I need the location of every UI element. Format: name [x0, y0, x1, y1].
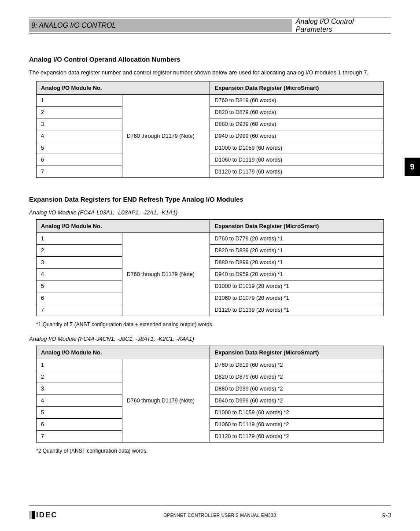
col-header: Analog I/O Module No. [37, 81, 210, 95]
cell: 7 [37, 304, 122, 316]
cell-merged: D760 through D1179 (Note) [122, 359, 210, 442]
cell: D940 to D999 (60 words) *2 [210, 395, 384, 407]
cell: D880 to D899 (20 words) *1 [210, 257, 384, 269]
cell-merged: D760 through D1179 (Note) [122, 233, 210, 316]
table-1: Analog I/O Module No. Expansion Data Reg… [36, 81, 384, 178]
cell: 1 [37, 233, 122, 245]
cell: 2 [37, 371, 122, 383]
footnote-1: *1 Quantity of Σ (ANST configuration dat… [36, 321, 391, 328]
cell: D820 to D879 (60 words) *2 [210, 371, 384, 383]
logo-text: IDEC [36, 511, 58, 520]
cell: 4 [37, 269, 122, 280]
cell: 6 [37, 419, 122, 431]
cell: 3 [37, 257, 122, 269]
cell: D1000 to D1059 (60 words) *2 [210, 407, 384, 419]
cell: D940 to D999 (60 words) [210, 130, 384, 142]
cell: D1060 to D1119 (60 words) *2 [210, 419, 384, 431]
cell: 2 [37, 245, 122, 257]
idec-logo: IDEC [29, 511, 58, 520]
cell: D880 to D939 (60 words) *2 [210, 383, 384, 395]
header-band: 9: ANALOG I/O CONTROL [29, 19, 292, 32]
table-2: Analog I/O Module No. Expansion Data Reg… [36, 219, 384, 316]
cell-merged: D760 through D1179 (Note) [122, 95, 210, 178]
footnote-2: *2 Quantity of (ANST configuration data)… [36, 448, 391, 454]
footer-rule [29, 505, 391, 505]
section-description: The expansion data register number and c… [29, 69, 391, 76]
cell: D1120 to D1139 (20 words) *1 [210, 304, 384, 316]
col-header: Expansion Data Register (MicroSmart) [210, 81, 384, 95]
chapter-tab: 9 [405, 158, 420, 176]
table-3: Analog I/O Module No. Expansion Data Reg… [36, 346, 384, 442]
cell: D1120 to D1179 (60 words) [210, 166, 384, 178]
section-title-2: Expansion Data Registers for END Refresh… [29, 195, 391, 203]
cell: D820 to D839 (20 words) *1 [210, 245, 384, 257]
cell: 5 [37, 280, 122, 292]
footer: IDEC OPENNET CONTROLLER USER'S MANUAL EM… [29, 511, 391, 520]
cell: D1060 to D1079 (20 words) *1 [210, 292, 384, 304]
col-header: Expansion Data Register (MicroSmart) [210, 346, 384, 359]
cell: D760 to D779 (20 words) *1 [210, 233, 384, 245]
table2-subtitle: Analog I/O Module (FC4A-L03A1, -L03AP1, … [29, 209, 391, 216]
col-header: Analog I/O Module No. [37, 220, 210, 233]
cell: 6 [37, 292, 122, 304]
cell: 1 [37, 359, 122, 371]
cell: 4 [37, 395, 122, 407]
section-title: Analog I/O Control Operand Allocation Nu… [29, 55, 391, 63]
cell: D1000 to D1059 (60 words) [210, 142, 384, 154]
cell: 7 [37, 431, 122, 442]
cell: 7 [37, 166, 122, 178]
cell: 5 [37, 142, 122, 154]
cell: D760 to D819 (60 words) [210, 95, 384, 107]
cell: 6 [37, 154, 122, 166]
footer-center: OPENNET CONTROLLER USER'S MANUAL EM333 [163, 513, 276, 518]
cell: D760 to D819 (60 words) *2 [210, 359, 384, 371]
header-row: 9: ANALOG I/O CONTROL Analog I/O Control… [29, 19, 391, 32]
cell: D1120 to D1179 (60 words) *2 [210, 431, 384, 442]
col-header: Analog I/O Module No. [37, 346, 210, 359]
table3-subtitle: Analog I/O Module (FC4A-J4CN1, -J8C1, -J… [29, 336, 391, 342]
cell: 4 [37, 130, 122, 142]
page-number: 9-3 [382, 512, 391, 519]
col-header: Expansion Data Register (MicroSmart) [210, 220, 384, 233]
cell: 3 [37, 118, 122, 130]
cell: D820 to D879 (60 words) [210, 107, 384, 118]
header-subtitle: Analog I/O Control Parameters [292, 18, 391, 33]
cell: D880 to D939 (60 words) [210, 118, 384, 130]
cell: 5 [37, 407, 122, 419]
cell: D1000 to D1019 (20 words) *1 [210, 280, 384, 292]
cell: 2 [37, 107, 122, 118]
cell: D940 to D959 (20 words) *1 [210, 269, 384, 280]
logo-mark-icon [29, 511, 35, 519]
page-content: 9: ANALOG I/O CONTROL Analog I/O Control… [0, 0, 420, 454]
cell: 3 [37, 383, 122, 395]
cell: D1060 to D1119 (60 words) [210, 154, 384, 166]
cell: 1 [37, 95, 122, 107]
